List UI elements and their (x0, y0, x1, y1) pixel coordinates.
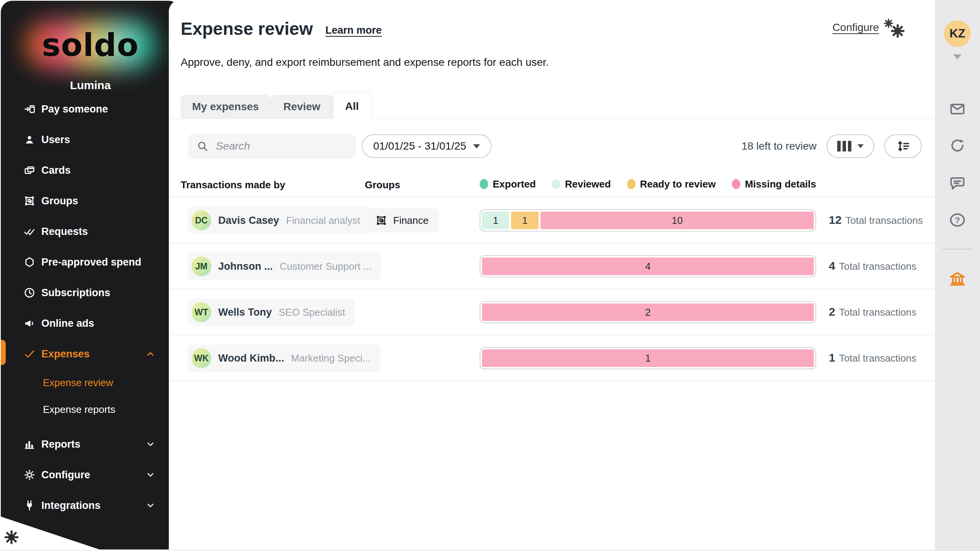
refresh-icon[interactable] (949, 137, 966, 154)
sidebar-item-subscriptions[interactable]: Subscriptions (1, 277, 180, 308)
cards-icon (23, 164, 36, 177)
bar-segment-ready-to-review[interactable]: 1 (511, 212, 538, 229)
user-role: SEO Specialist (279, 306, 345, 318)
avatar-caret-icon[interactable] (935, 54, 980, 59)
bar-segment-missing-details[interactable]: 1 (482, 349, 814, 367)
requests-icon (23, 225, 36, 238)
tab-review[interactable]: Review (270, 95, 333, 119)
user-name: Davis Casey (218, 215, 279, 227)
sidebar-subitem-expense-reports[interactable]: Expense reports (1, 396, 180, 423)
sidebar-item-cards[interactable]: Cards (1, 155, 180, 186)
reviewed-dot (552, 179, 560, 189)
sidebar-item-groups[interactable]: Groups (1, 186, 180, 216)
search-input[interactable] (215, 140, 343, 153)
status-bar[interactable]: 1 (480, 347, 816, 369)
bottom-settings-gear-icon[interactable] (4, 530, 20, 546)
user-chip[interactable]: DC Davis Casey Financial analyst (188, 207, 370, 234)
total-transactions: 4 Total transactions (829, 259, 916, 272)
pay-someone-icon (23, 103, 36, 116)
sidebar-item-label: Pre-approved spend (41, 256, 141, 268)
user-chip[interactable]: WK Wood Kimb... Marketing Speci... (188, 344, 381, 372)
group-icon (376, 215, 387, 226)
total-label: Total transactions (845, 215, 923, 227)
sidebar-item-online-ads[interactable]: Online ads (1, 308, 180, 339)
sidebar-item-requests[interactable]: Requests (1, 216, 180, 247)
gear-icon (23, 468, 36, 481)
user-role: Financial analyst (286, 215, 360, 227)
sidebar-item-configure[interactable]: Configure (1, 460, 180, 490)
sidebar-item-label: Users (41, 134, 70, 146)
sidebar-subitem-expense-review[interactable]: Expense review (1, 369, 180, 396)
pre-approved-spend-icon (23, 256, 36, 269)
tab-my-expenses[interactable]: My expenses (181, 95, 270, 119)
avatar: DC (191, 210, 211, 230)
sidebar-item-users[interactable]: Users (1, 124, 180, 155)
columns-button[interactable] (826, 134, 874, 158)
configure-link[interactable]: Configure (833, 18, 906, 41)
user-chip[interactable]: JM Johnson ... Customer Support ... (188, 253, 381, 280)
total-transactions: 2 Total transactions (829, 305, 916, 318)
sidebar-item-label: Pay someone (41, 103, 108, 115)
avatar: WT (191, 302, 211, 322)
legend-missing-details: Missing details (732, 178, 816, 190)
svg-text:?: ? (955, 215, 960, 225)
sidebar-item-integrations[interactable]: Integrations (1, 490, 180, 521)
date-range-filter[interactable]: 01/01/25 - 31/01/25 (362, 134, 492, 158)
right-rail: KZ ? (935, 0, 980, 551)
double-gear-icon (883, 18, 906, 41)
reports-icon (23, 438, 36, 451)
sidebar-nav: Pay someone Users Cards Groups (1, 94, 180, 521)
bar-segment-reviewed[interactable]: 1 (482, 212, 509, 229)
legend-ready-to-review: Ready to review (627, 178, 716, 190)
chat-icon[interactable] (949, 174, 966, 191)
sidebar-item-label: Configure (41, 469, 90, 481)
subscriptions-icon (23, 286, 36, 299)
sidebar-item-label: Expenses (41, 348, 90, 360)
sidebar-item-pay-someone[interactable]: Pay someone (1, 94, 180, 124)
user-role: Marketing Speci... (291, 352, 371, 364)
sidebar-item-label: Integrations (41, 500, 101, 512)
bar-segment-missing-details[interactable]: 2 (482, 303, 814, 321)
sidebar-item-pre-approved-spend[interactable]: Pre-approved spend (1, 247, 180, 277)
column-header-groups: Groups (365, 179, 400, 191)
chevron-down-icon (145, 500, 155, 510)
date-range-value: 01/01/25 - 31/01/25 (373, 140, 466, 152)
company-name: Lumina (1, 79, 180, 92)
chevron-down-icon (145, 439, 155, 449)
bank-icon[interactable] (949, 270, 966, 287)
help-icon[interactable]: ? (949, 212, 966, 228)
tab-bar: My expenses Review All (181, 95, 371, 119)
total-label: Total transactions (839, 352, 916, 364)
sidebar-item-label: Groups (41, 195, 78, 207)
group-pill[interactable]: Finance (366, 208, 439, 233)
user-chip[interactable]: WT Wells Tony SEO Specialist (188, 298, 355, 326)
learn-more-link[interactable]: Learn more (325, 24, 382, 36)
legend-exported: Exported (480, 178, 536, 190)
total-count: 2 (829, 305, 835, 318)
sort-button[interactable] (884, 134, 922, 158)
users-icon (23, 133, 36, 146)
column-header-transactions: Transactions made by (181, 179, 285, 191)
search-icon (197, 140, 208, 152)
bar-segment-missing-details[interactable]: 4 (482, 258, 814, 275)
tab-all[interactable]: All (333, 93, 371, 119)
sidebar: soldo Lumina Pay someone Users Car (1, 1, 180, 549)
sidebar-item-label: Subscriptions (41, 287, 110, 299)
user-avatar[interactable]: KZ (944, 20, 971, 47)
bar-segment-missing-details[interactable]: 10 (541, 212, 814, 229)
status-bar[interactable]: 1 1 10 (480, 209, 816, 231)
table-row: DC Davis Casey Financial analyst Finance… (169, 197, 935, 243)
total-label: Total transactions (839, 306, 916, 318)
mail-icon[interactable] (949, 101, 966, 117)
groups-icon (23, 194, 36, 207)
avatar: WK (191, 348, 211, 368)
sidebar-item-reports[interactable]: Reports (1, 429, 180, 460)
status-bar[interactable]: 2 (480, 301, 816, 323)
group-name: Finance (393, 215, 429, 227)
legend-label: Missing details (745, 178, 816, 190)
sidebar-item-expenses[interactable]: Expenses (1, 339, 180, 369)
status-bar[interactable]: 4 (480, 255, 816, 277)
expense-review-page: soldo Lumina Pay someone Users Car (0, 0, 980, 551)
search-box[interactable] (188, 134, 356, 159)
chevron-up-icon (145, 349, 155, 359)
